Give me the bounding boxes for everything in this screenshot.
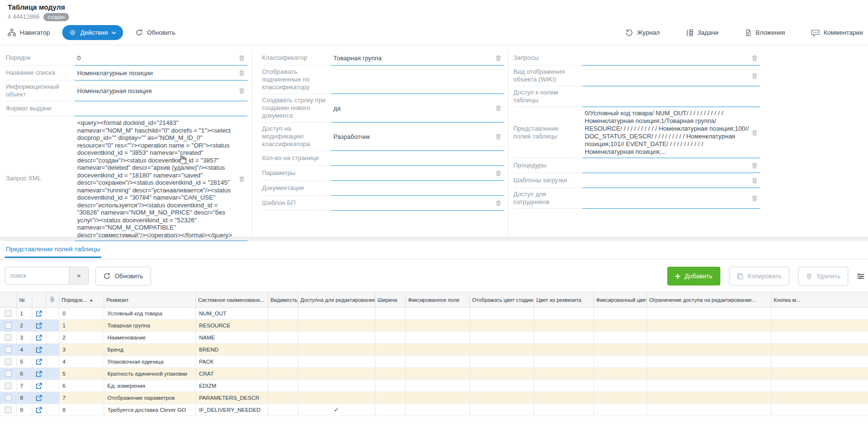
open-record-cell[interactable] bbox=[32, 332, 46, 344]
field-value[interactable] bbox=[585, 195, 749, 203]
table-row[interactable]: 1 0 Условный код товара NUM_OUT bbox=[0, 308, 868, 320]
field-input[interactable] bbox=[582, 86, 760, 107]
field-value[interactable]: Номенклатурные позиции bbox=[77, 69, 236, 77]
field-input[interactable] bbox=[331, 66, 504, 94]
field-value[interactable]: Товарная группа bbox=[333, 54, 493, 62]
field-input[interactable] bbox=[582, 173, 760, 188]
field-input[interactable] bbox=[582, 51, 760, 66]
field-value[interactable] bbox=[585, 177, 749, 185]
row-select-cell[interactable] bbox=[0, 320, 16, 332]
field-input[interactable]: 0/Условный код товара/ NUM_OUT/ / / / / … bbox=[582, 107, 760, 158]
clear-field-button[interactable] bbox=[493, 200, 504, 207]
search-input[interactable] bbox=[5, 267, 69, 284]
clear-field-button[interactable] bbox=[749, 195, 760, 202]
header-edit-access[interactable]: Ограничение доступа на редактирование... bbox=[647, 292, 771, 308]
header-width[interactable]: Ширина bbox=[375, 292, 405, 308]
row-select-cell[interactable] bbox=[0, 404, 16, 416]
row-select-cell[interactable] bbox=[0, 380, 16, 392]
table-row[interactable]: 6 5 Кратность единичной упаковки CRAT bbox=[0, 368, 868, 380]
clear-field-button[interactable] bbox=[749, 72, 760, 80]
clear-field-button[interactable] bbox=[236, 69, 248, 77]
field-value[interactable]: да bbox=[333, 105, 493, 112]
row-checkbox[interactable] bbox=[5, 346, 12, 353]
open-record-cell[interactable] bbox=[32, 404, 46, 416]
field-input[interactable] bbox=[331, 166, 504, 181]
field-value[interactable] bbox=[333, 170, 493, 177]
field-input[interactable] bbox=[75, 101, 248, 116]
navigator-button[interactable]: Навигатор bbox=[8, 28, 50, 37]
field-value[interactable] bbox=[585, 162, 749, 170]
table-row[interactable]: 7 6 Ед. измерения EDIZM bbox=[0, 380, 868, 392]
field-input[interactable] bbox=[582, 188, 760, 209]
open-record-cell[interactable] bbox=[32, 308, 46, 320]
field-input[interactable]: Номенклатурные позиции bbox=[75, 66, 248, 81]
field-value[interactable] bbox=[585, 54, 749, 62]
row-select-cell[interactable] bbox=[0, 368, 16, 380]
actions-button[interactable]: Действия bbox=[62, 25, 123, 40]
header-color-from-requisite[interactable]: Цвет из реквизита bbox=[534, 292, 593, 308]
clear-field-button[interactable] bbox=[493, 133, 504, 140]
field-value[interactable] bbox=[585, 72, 749, 80]
open-record-cell[interactable] bbox=[32, 380, 46, 392]
field-input[interactable] bbox=[331, 181, 504, 196]
clear-field-button[interactable] bbox=[493, 105, 504, 112]
field-value[interactable] bbox=[333, 76, 493, 84]
field-value[interactable]: 0 bbox=[77, 54, 236, 62]
copy-button[interactable]: Копировать bbox=[729, 267, 789, 285]
field-value[interactable] bbox=[585, 93, 749, 101]
clear-field-button[interactable] bbox=[749, 54, 760, 62]
table-row[interactable]: 4 3 Бренд BREND bbox=[0, 344, 868, 356]
search-clear-button[interactable]: × bbox=[69, 267, 88, 284]
field-input[interactable] bbox=[331, 196, 504, 211]
row-checkbox[interactable] bbox=[5, 358, 12, 365]
delete-button[interactable]: Удалить bbox=[798, 267, 849, 285]
field-value[interactable]: Номенклатурная позиция bbox=[77, 87, 236, 95]
field-input[interactable]: да bbox=[331, 94, 504, 122]
field-value[interactable]: 0/Условный код товара/ NUM_OUT/ / / / / … bbox=[585, 109, 749, 156]
row-select-cell[interactable] bbox=[0, 392, 16, 404]
field-value[interactable] bbox=[333, 185, 493, 192]
row-select-cell[interactable] bbox=[0, 308, 16, 320]
header-fixed-color[interactable]: Фиксированный цвет... bbox=[593, 292, 647, 308]
field-input[interactable]: Номенклатурная позиция bbox=[75, 81, 248, 101]
header-order[interactable]: Порядок...▲ bbox=[59, 292, 104, 308]
open-record-cell[interactable] bbox=[32, 344, 46, 356]
row-select-cell[interactable] bbox=[0, 356, 16, 368]
journal-button[interactable]: Журнал bbox=[625, 29, 660, 37]
field-input[interactable]: Товарная группа bbox=[331, 51, 504, 66]
row-checkbox[interactable] bbox=[5, 322, 12, 329]
row-checkbox[interactable] bbox=[5, 334, 12, 341]
field-input[interactable]: 0 bbox=[75, 51, 248, 66]
open-record-cell[interactable] bbox=[32, 320, 46, 332]
header-requisite[interactable]: Реквизит bbox=[104, 292, 195, 308]
clear-field-button[interactable] bbox=[493, 170, 504, 177]
row-checkbox[interactable] bbox=[5, 394, 12, 401]
field-value[interactable]: <query><formal dockind_id="21483" nameva… bbox=[77, 119, 236, 239]
header-button-m[interactable]: Кнопка м... bbox=[771, 292, 868, 308]
header-num[interactable]: № bbox=[16, 292, 32, 308]
table-row[interactable]: 9 8 Требуется доставка Clever GO IF_DELI… bbox=[0, 404, 868, 416]
header-fixed-field[interactable]: Фиксированное поле bbox=[405, 292, 469, 308]
row-checkbox[interactable] bbox=[5, 382, 12, 389]
clear-field-button[interactable] bbox=[749, 177, 760, 184]
header-editable[interactable]: Доступна для редактирования bbox=[298, 292, 375, 308]
header-visibility[interactable]: Видимость bbox=[268, 292, 298, 308]
tab-field-representation[interactable]: Представление полей таблицы bbox=[5, 245, 101, 258]
field-value[interactable] bbox=[77, 105, 236, 113]
table-row[interactable]: 8 7 Отображение параметров PARAMETERS_DE… bbox=[0, 392, 868, 404]
header-sysname[interactable]: Системное наименовани... bbox=[195, 292, 268, 308]
table-row[interactable]: 2 1 Товарная группа RESOURCE bbox=[0, 320, 868, 332]
refresh-button[interactable]: Обновить bbox=[136, 29, 175, 36]
add-button[interactable]: + Добавить bbox=[667, 267, 720, 285]
table-row[interactable]: 3 2 Наименование NAME bbox=[0, 332, 868, 344]
clear-field-button[interactable] bbox=[236, 87, 248, 95]
grid-refresh-button[interactable]: Обновить bbox=[96, 267, 151, 285]
row-checkbox[interactable] bbox=[5, 370, 12, 377]
clear-field-button[interactable] bbox=[749, 162, 760, 169]
open-record-cell[interactable] bbox=[32, 392, 46, 404]
field-input[interactable]: Разработчик bbox=[331, 122, 504, 151]
comments-button[interactable]: Комментарии bbox=[811, 29, 863, 37]
field-value[interactable] bbox=[333, 155, 493, 163]
row-checkbox[interactable] bbox=[5, 310, 12, 317]
open-record-cell[interactable] bbox=[32, 356, 46, 368]
